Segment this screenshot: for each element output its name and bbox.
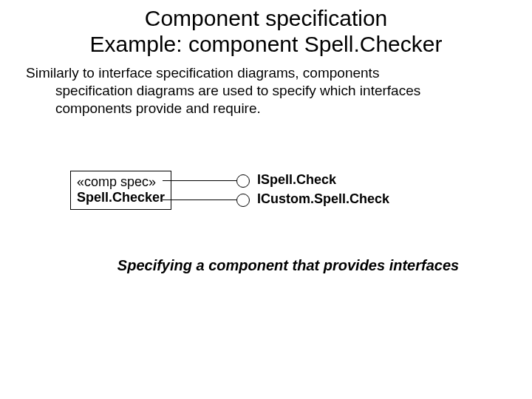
component-name: Spell.Checker [77, 190, 165, 205]
slide-title: Component specification Example: compone… [0, 0, 532, 57]
diagram-caption: Specifying a component that provides int… [0, 257, 532, 274]
lollipop-icon [236, 194, 250, 207]
title-line-2: Example: component Spell.Checker [90, 32, 443, 56]
body-paragraph: Similarly to interface specification dia… [0, 57, 532, 117]
body-line-3: components provide and require. [26, 100, 506, 117]
component-diagram: «comp spec» Spell.Checker ISpell.Check I… [0, 157, 532, 231]
interface-label: ISpell.Check [257, 172, 336, 188]
title-line-1: Component specification [145, 6, 388, 30]
lollipop-icon [236, 174, 250, 188]
body-line-2: specification diagrams are used to speci… [26, 82, 506, 100]
provided-interface-connector [163, 200, 236, 200]
body-line-1: Similarly to interface specification dia… [26, 65, 379, 81]
interface-label: ICustom.Spell.Check [257, 191, 389, 207]
component-box: «comp spec» Spell.Checker [70, 171, 171, 209]
provided-interface-connector [163, 180, 236, 181]
component-stereotype: «comp spec» [77, 174, 165, 190]
